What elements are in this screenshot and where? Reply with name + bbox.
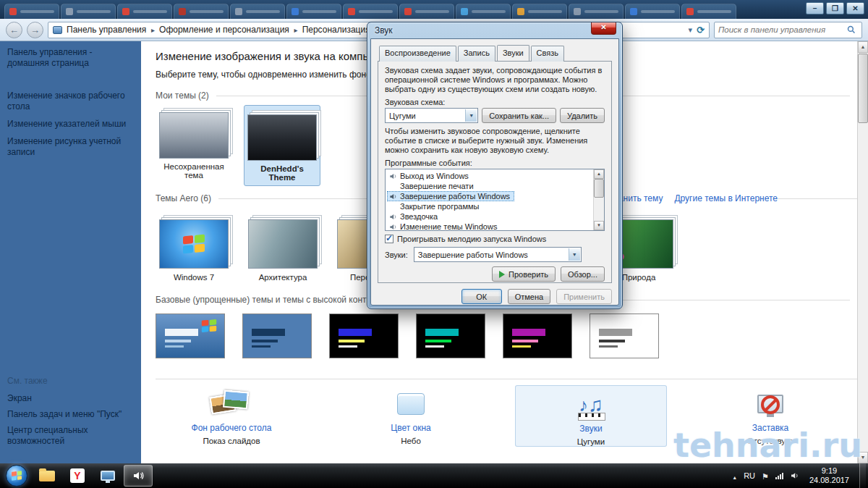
browser-tab[interactable] (512, 4, 567, 19)
theme-tile-architecture[interactable]: Архитектура (244, 211, 321, 282)
sidebar-item-ease-of-access[interactable]: Центр специальных возможностей (7, 425, 132, 447)
theme-tile-windows7-basic[interactable] (156, 314, 225, 358)
browser-tab[interactable] (399, 4, 454, 19)
theme-tile-windows7[interactable]: Windows 7 (156, 211, 232, 282)
desktop-background-setting[interactable]: Фон рабочего стола Показ слайдов (156, 385, 307, 445)
dialog-close-button[interactable]: ✕ (591, 22, 616, 35)
theme-accent-line (425, 340, 451, 342)
event-item[interactable]: Закрытие программы (387, 201, 592, 211)
browser-tab[interactable] (681, 4, 736, 19)
theme-tile-high-contrast-black[interactable] (503, 314, 572, 358)
scroll-up-icon[interactable] (858, 41, 868, 53)
setting-link[interactable]: Звуки (516, 424, 666, 434)
browser-tab[interactable] (230, 4, 285, 19)
theme-accent-line (512, 340, 538, 342)
theme-accent-line (165, 345, 184, 348)
breadcrumb-item[interactable]: Панель управления (67, 25, 155, 35)
event-item[interactable]: Звездочка (387, 211, 592, 222)
sidebar-item-taskbar-start-menu[interactable]: Панель задач и меню "Пуск" (7, 409, 132, 420)
browser-tab[interactable] (625, 4, 680, 19)
sidebar-item-account-picture[interactable]: Изменение рисунка учетной записи (7, 136, 129, 158)
sidebar-item-display[interactable]: Экран (7, 393, 132, 404)
scrollbar-thumb[interactable] (594, 179, 604, 198)
tab-playback[interactable]: Воспроизведение (379, 46, 456, 62)
setting-link[interactable]: Цвет окна (335, 423, 487, 433)
sidebar-item-mouse-pointers[interactable]: Изменение указателей мыши (7, 119, 129, 130)
maximize-button[interactable]: ❐ (826, 2, 844, 14)
breadcrumb-item[interactable]: Оформление и персонализация (159, 25, 298, 35)
browser-tab[interactable] (456, 4, 511, 19)
startup-sound-row[interactable]: Проигрывать мелодию запуска Windows (385, 235, 605, 243)
browser-tab[interactable] (569, 4, 624, 19)
start-button[interactable] (6, 465, 27, 487)
breadcrumb-dropdown-icon[interactable] (689, 25, 693, 35)
language-indicator[interactable]: RU (744, 471, 755, 480)
browser-tab[interactable] (61, 4, 116, 19)
test-button[interactable]: Проверить (492, 266, 556, 282)
minimize-button[interactable]: – (806, 2, 824, 14)
close-button[interactable]: ✕ (846, 2, 864, 14)
delete-button[interactable]: Удалить (560, 108, 605, 123)
clock[interactable]: 9:19 24.08.2017 (806, 466, 853, 485)
show-desktop-button[interactable] (859, 463, 866, 488)
yandex-browser-taskbar-icon[interactable]: Y (63, 465, 92, 487)
save-as-button[interactable]: Сохранить как... (482, 108, 556, 123)
more-themes-link[interactable]: Другие темы в Интернете (674, 193, 778, 203)
theme-tile-high-contrast-1[interactable] (329, 314, 399, 358)
theme-tile-unsaved[interactable]: Несохраненная тема (156, 105, 232, 180)
event-item-selected[interactable]: Завершение работы Windows (387, 191, 514, 201)
list-scrollbar[interactable] (593, 169, 604, 230)
search-box[interactable] (714, 22, 862, 38)
explorer-taskbar-icon[interactable] (33, 465, 61, 487)
sound-dialog: Звук ✕ Воспроизведение Запись Звуки Связ… (367, 22, 623, 309)
action-center-icon[interactable] (762, 469, 769, 482)
theme-tile-high-contrast-2[interactable] (416, 314, 485, 358)
startup-sound-checkbox[interactable] (385, 235, 393, 243)
sounds-setting[interactable]: Звуки Цугуми (515, 385, 667, 447)
display-taskbar-icon[interactable] (93, 465, 122, 487)
forward-button[interactable] (27, 22, 43, 38)
browser-tab[interactable] (286, 4, 341, 19)
apply-button[interactable]: Применить (556, 289, 612, 304)
browser-tab[interactable] (343, 4, 398, 19)
scroll-down-icon[interactable] (594, 221, 604, 230)
browser-tab[interactable] (117, 4, 172, 19)
sound-scheme-select[interactable]: Цугуми (385, 108, 478, 123)
scroll-up-icon[interactable] (594, 169, 604, 179)
program-events-list[interactable]: Выход из Windows Завершение печати Завер… (385, 169, 605, 231)
chevron-down-icon[interactable] (569, 248, 580, 261)
tab-communications[interactable]: Связь (531, 46, 564, 62)
network-icon[interactable] (775, 473, 783, 479)
browser-tab[interactable] (4, 4, 59, 19)
tab-title (20, 10, 54, 13)
ok-button[interactable]: ОК (461, 289, 502, 304)
browse-button[interactable]: Обзор... (561, 266, 605, 282)
setting-link[interactable]: Фон рабочего стола (156, 423, 307, 433)
back-button[interactable] (6, 22, 22, 38)
tab-sounds[interactable]: Звуки (497, 45, 529, 61)
browser-tab[interactable] (174, 4, 229, 19)
breadcrumb-item[interactable]: Персонализация (302, 25, 370, 35)
search-input[interactable] (718, 25, 847, 34)
tab-recording[interactable]: Запись (458, 46, 495, 62)
theme-tile-classic[interactable] (242, 314, 312, 358)
chevron-down-icon[interactable] (465, 109, 477, 122)
dialog-titlebar[interactable]: Звук ✕ (367, 22, 622, 38)
sidebar-item-desktop-icons[interactable]: Изменение значков рабочего стола (7, 91, 129, 112)
theme-tile-high-contrast-white[interactable] (590, 314, 659, 358)
event-item[interactable]: Выход из Windows (387, 171, 592, 181)
window-scrollbar[interactable] (857, 41, 868, 463)
volume-icon[interactable] (790, 471, 799, 480)
cancel-button[interactable]: Отмена (508, 289, 550, 304)
sidebar-item-home[interactable]: Панель управления - домашняя страница (7, 47, 117, 69)
scrollbar-thumb[interactable] (858, 54, 868, 123)
sound-file-select[interactable]: Завершение работы Windows (414, 247, 582, 262)
event-item[interactable]: Завершение печати (387, 181, 592, 191)
tab-title (302, 10, 336, 13)
event-item[interactable]: Изменение темы Windows (387, 222, 592, 231)
theme-tile-denhedd[interactable]: DenHedd's Theme (244, 105, 320, 186)
refresh-icon[interactable] (697, 25, 705, 35)
hidden-icons-icon[interactable] (732, 469, 737, 482)
sound-taskbar-icon[interactable] (124, 465, 153, 487)
window-color-setting[interactable]: Цвет окна Небо (335, 385, 487, 445)
